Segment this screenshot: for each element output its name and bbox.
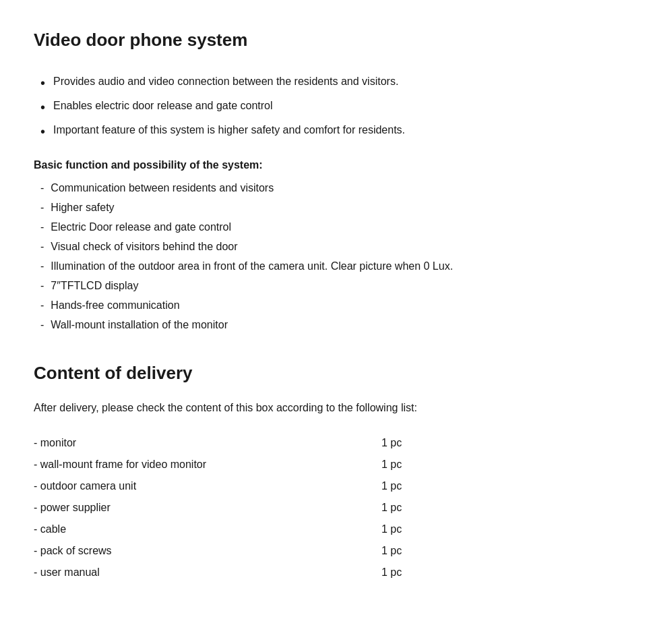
dash-item-4: - Illumination of the outdoor area in fr…: [40, 258, 613, 274]
bullet-text-2: Enables electric door release and gate c…: [53, 98, 613, 114]
delivery-row-5: - pack of screws1 pc: [34, 540, 613, 562]
delivery-table: - monitor1 pc- wall-mount frame for vide…: [34, 432, 613, 583]
bullet-dot-2: •: [40, 98, 45, 117]
bullet-text-1: Provides audio and video connection betw…: [53, 74, 613, 90]
delivery-qty-5: 1 pc: [381, 540, 613, 562]
dash-text-1: Higher safety: [51, 200, 114, 216]
bullet-item-1: • Provides audio and video connection be…: [34, 74, 613, 92]
delivery-qty-6: 1 pc: [381, 562, 613, 583]
intro-bullets: • Provides audio and video connection be…: [34, 74, 613, 141]
bullet-text-3: Important feature of this system is high…: [53, 122, 613, 138]
delivery-label-0: - monitor: [34, 432, 381, 454]
delivery-row-4: - cable1 pc: [34, 519, 613, 540]
bullet-dot-1: •: [40, 74, 45, 92]
dash-text-2: Electric Door release and gate control: [51, 219, 231, 235]
dash-5: -: [40, 278, 44, 294]
delivery-label-6: - user manual: [34, 562, 381, 583]
dash-item-1: - Higher safety: [40, 200, 613, 216]
basic-function-list: - Communication between residents and vi…: [40, 180, 613, 333]
dash-text-7: Wall-mount installation of the monitor: [51, 317, 228, 333]
delivery-row-0: - monitor1 pc: [34, 432, 613, 454]
dash-item-5: - 7″TFTLCD display: [40, 278, 613, 294]
dash-1: -: [40, 200, 44, 216]
dash-item-6: - Hands-free communication: [40, 297, 613, 314]
dash-text-4: Illumination of the outdoor area in fron…: [51, 258, 453, 274]
delivery-qty-0: 1 pc: [381, 432, 613, 454]
basic-function-heading: Basic function and possibility of the sy…: [34, 157, 613, 173]
delivery-qty-1: 1 pc: [381, 454, 613, 475]
delivery-label-2: - outdoor camera unit: [34, 475, 381, 497]
dash-item-0: - Communication between residents and vi…: [40, 180, 613, 196]
dash-2: -: [40, 219, 44, 235]
delivery-row-6: - user manual1 pc: [34, 562, 613, 583]
basic-function-section: Basic function and possibility of the sy…: [34, 157, 613, 333]
delivery-label-3: - power supplier: [34, 497, 381, 519]
dash-item-7: - Wall-mount installation of the monitor: [40, 317, 613, 333]
delivery-label-5: - pack of screws: [34, 540, 381, 562]
dash-text-3: Visual check of visitors behind the door: [51, 239, 237, 255]
delivery-qty-3: 1 pc: [381, 497, 613, 519]
delivery-qty-4: 1 pc: [381, 519, 613, 540]
dash-6: -: [40, 297, 44, 314]
delivery-label-1: - wall-mount frame for video monitor: [34, 454, 381, 475]
delivery-row-3: - power supplier1 pc: [34, 497, 613, 519]
dash-0: -: [40, 180, 44, 196]
delivery-row-2: - outdoor camera unit1 pc: [34, 475, 613, 497]
bullet-item-3: • Important feature of this system is hi…: [34, 122, 613, 141]
delivery-intro: After delivery, please check the content…: [34, 400, 613, 416]
delivery-row-1: - wall-mount frame for video monitor1 pc: [34, 454, 613, 475]
dash-7: -: [40, 317, 44, 333]
dash-text-0: Communication between residents and visi…: [51, 180, 274, 196]
content-of-delivery-section: Content of delivery After delivery, plea…: [34, 360, 613, 583]
delivery-qty-2: 1 pc: [381, 475, 613, 497]
bullet-dot-3: •: [40, 122, 45, 141]
delivery-label-4: - cable: [34, 519, 381, 540]
dash-text-5: 7″TFTLCD display: [51, 278, 138, 294]
bullet-item-2: • Enables electric door release and gate…: [34, 98, 613, 117]
dash-text-6: Hands-free communication: [51, 297, 179, 314]
page-title: Video door phone system: [34, 27, 613, 53]
dash-4: -: [40, 258, 44, 274]
content-of-delivery-heading: Content of delivery: [34, 360, 613, 386]
dash-3: -: [40, 239, 44, 255]
dash-item-2: - Electric Door release and gate control: [40, 219, 613, 235]
dash-item-3: - Visual check of visitors behind the do…: [40, 239, 613, 255]
